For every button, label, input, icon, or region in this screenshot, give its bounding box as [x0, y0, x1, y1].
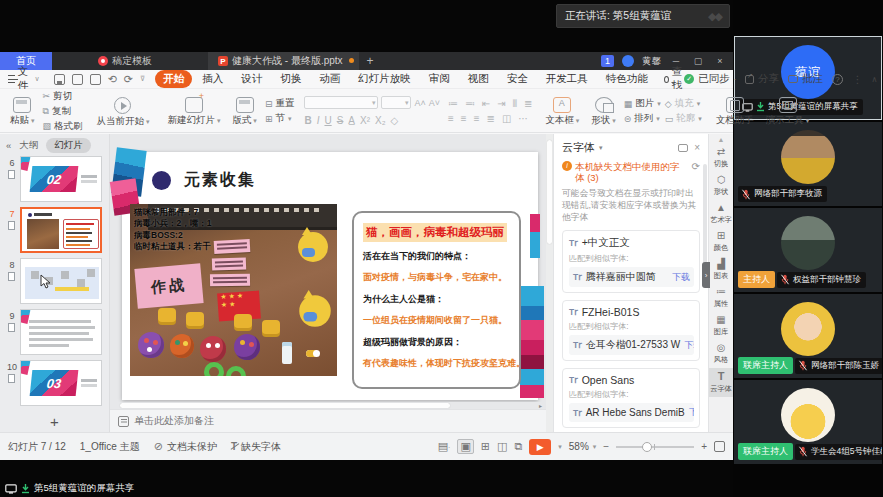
redo-icon[interactable]: ⟳: [124, 73, 133, 86]
slide-text-box[interactable]: 猫，画画，病毒和超级玛丽 活在在当下的我们的特点： 面对疫情，与病毒斗争，宅在家…: [352, 211, 521, 389]
panel-dropdown-icon[interactable]: ▾: [599, 144, 603, 152]
participant-tile[interactable]: 联席主持人 网络部干部陈玉娇: [734, 294, 882, 378]
print-icon[interactable]: [90, 74, 101, 85]
notes-bar[interactable]: 单击此处添加备注: [110, 409, 546, 432]
font-color-icon[interactable]: A̲: [348, 115, 355, 126]
restore-button[interactable]: ▢: [691, 56, 705, 66]
underline-button[interactable]: U: [324, 115, 331, 126]
layout-button[interactable]: 版式 ▾: [228, 97, 260, 125]
more-menu-icon[interactable]: ⋮: [852, 73, 863, 85]
matched-font-row[interactable]: T𝗋AR Hebe Sans DemiB下载: [569, 403, 694, 422]
strip-color[interactable]: ⊞颜色: [709, 228, 733, 256]
menu-view[interactable]: 视图: [460, 70, 497, 88]
slide-thumb-8[interactable]: 8: [4, 258, 106, 305]
fit-to-window-icon[interactable]: [714, 441, 725, 452]
paragraph-more-icon[interactable]: ⋯: [518, 113, 529, 124]
strip-cloud-fonts-active[interactable]: T云字体: [709, 368, 733, 397]
present-tools-button[interactable]: 演示工具 ▾: [762, 97, 813, 125]
account-avatar[interactable]: [622, 55, 634, 67]
scroll-right-arrow[interactable]: ▸: [539, 402, 542, 409]
matched-font-row[interactable]: T𝗋腾祥嘉丽中圆简下载: [569, 267, 694, 287]
menu-security[interactable]: 安全: [499, 70, 536, 88]
menu-transition[interactable]: 切换: [272, 70, 309, 88]
participant-tile[interactable]: 主持人 权益部干部钟慧珍: [734, 208, 882, 292]
slide-thumb-7-current[interactable]: 7: [4, 207, 106, 254]
arrange-button[interactable]: ⊜排列▾: [624, 112, 661, 125]
strip-properties[interactable]: ≔属性: [709, 284, 733, 312]
scrollbar-handle[interactable]: [547, 140, 552, 244]
font-increase-icon[interactable]: A˄: [414, 98, 425, 108]
slide-photo[interactable]: 作战 ★ ★ ★ ★ ★: [130, 204, 337, 376]
bullet-list-icon[interactable]: ≔: [448, 98, 459, 110]
slide-title[interactable]: 元素收集: [152, 170, 256, 191]
play-from-current-button[interactable]: 从当前开始 ▾: [92, 97, 153, 126]
participant-tile[interactable]: 联席主持人 学生会4组5号钟佳雄: [734, 380, 882, 464]
strip-gallery[interactable]: ▦图库: [709, 312, 733, 340]
subscript-icon[interactable]: X₂: [375, 115, 386, 126]
zoom-slider[interactable]: [616, 446, 694, 448]
slide-thumb-10[interactable]: 10 03: [4, 360, 106, 407]
indent-increase-icon[interactable]: ⇥: [497, 98, 506, 110]
export-icon[interactable]: [72, 74, 83, 85]
download-link[interactable]: 下载: [689, 406, 694, 419]
tab-slides[interactable]: 幻灯片: [46, 138, 91, 153]
number-list-icon[interactable]: ≕: [465, 98, 476, 110]
play-options-icon[interactable]: ▾: [558, 443, 562, 451]
picture-button[interactable]: ▦图片▾: [624, 97, 661, 110]
zoom-slider-knob[interactable]: [642, 442, 652, 452]
shapes-button[interactable]: 形状 ▾: [587, 97, 619, 125]
account-name[interactable]: 黄馨: [642, 55, 661, 68]
slide-sorter-icon[interactable]: ⊞: [481, 440, 490, 453]
participant-tile[interactable]: 网络部干部李牧源: [734, 122, 882, 206]
theme-indicator[interactable]: 1_Office 主题: [80, 440, 140, 454]
download-link[interactable]: 下载: [684, 339, 694, 352]
strip-shapes[interactable]: ⬡形状: [709, 172, 733, 200]
cut-button[interactable]: ✂剪切: [42, 90, 82, 103]
slide-page[interactable]: 元素收集 作战 ★ ★ ★ ★ ★: [122, 152, 538, 400]
reset-button[interactable]: ⊟重置: [265, 97, 295, 110]
menu-animation[interactable]: 动画: [311, 70, 348, 88]
zoom-level[interactable]: 58%▾: [569, 441, 597, 452]
protect-indicator[interactable]: ⊘文档未保护: [154, 440, 217, 454]
tab-template[interactable]: 稿定模板: [88, 52, 162, 70]
scrollbar-handle[interactable]: [120, 403, 450, 408]
zoom-in-icon[interactable]: +: [701, 441, 707, 452]
refresh-icon[interactable]: ⟳: [692, 161, 700, 173]
new-tab-button[interactable]: +: [359, 52, 382, 70]
menu-features[interactable]: 特色功能: [598, 70, 656, 88]
fill-button[interactable]: ◇填充▾: [665, 97, 702, 110]
sync-status[interactable]: ✓已同步·: [684, 72, 736, 86]
slide-canvas[interactable]: 元素收集 作战 ★ ★ ★ ★ ★: [110, 134, 546, 432]
zoom-out-icon[interactable]: −: [603, 441, 609, 452]
qat-more-icon[interactable]: ⊽: [140, 75, 145, 83]
strip-style[interactable]: ◎风格: [709, 340, 733, 368]
paste-button[interactable]: 粘贴 ▾: [6, 97, 38, 125]
strip-switch[interactable]: ⇄切换: [709, 144, 733, 172]
strip-scroll-up-icon[interactable]: ▲: [718, 136, 725, 143]
slideshow-play-button[interactable]: ▶: [529, 439, 551, 455]
align-center-icon[interactable]: ≡: [461, 113, 468, 124]
present-view-icon[interactable]: ⧉: [514, 440, 522, 453]
feedback-icon[interactable]: [678, 144, 688, 152]
collapse-ribbon-icon[interactable]: ∧: [872, 75, 878, 84]
menu-slideshow[interactable]: 幻灯片放映: [350, 70, 419, 88]
close-panel-icon[interactable]: ×: [694, 142, 700, 153]
doc-assistant-button[interactable]: 文档助手: [712, 97, 758, 125]
menu-review[interactable]: 审阅: [421, 70, 458, 88]
save-icon[interactable]: [54, 74, 65, 85]
font-decrease-icon[interactable]: A˅: [429, 98, 440, 108]
tab-outline[interactable]: 大纲: [19, 139, 38, 152]
strip-wordart[interactable]: ▲艺术字: [709, 200, 733, 228]
format-painter-button[interactable]: ▧格式刷: [42, 120, 82, 133]
align-left-icon[interactable]: ≡: [448, 113, 455, 124]
missing-font-indicator[interactable]: T缺失字体: [231, 440, 281, 454]
slide-thumb-6[interactable]: 6 02: [4, 156, 106, 203]
menu-devtools[interactable]: 开发工具: [538, 70, 596, 88]
menu-insert[interactable]: 插入: [194, 70, 231, 88]
add-slide-button[interactable]: +: [0, 413, 109, 430]
undo-icon[interactable]: ⟲: [108, 73, 117, 86]
notes-toggle-icon[interactable]: ▤·: [438, 440, 451, 453]
indent-decrease-icon[interactable]: ⇤: [482, 98, 491, 110]
vertical-scrollbar[interactable]: [546, 134, 553, 432]
notification-badge[interactable]: 1: [601, 55, 614, 67]
